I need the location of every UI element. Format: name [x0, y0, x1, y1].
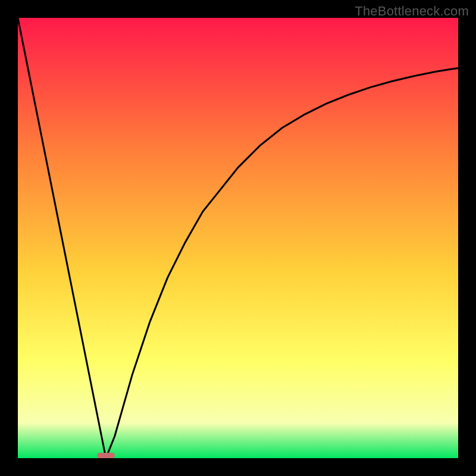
- chart-svg: [18, 18, 458, 458]
- plot-area: [18, 18, 458, 458]
- min-marker: [97, 453, 115, 458]
- chart-frame: TheBottleneck.com: [0, 0, 476, 476]
- attribution-text: TheBottleneck.com: [355, 4, 469, 19]
- gradient-rect: [18, 18, 458, 458]
